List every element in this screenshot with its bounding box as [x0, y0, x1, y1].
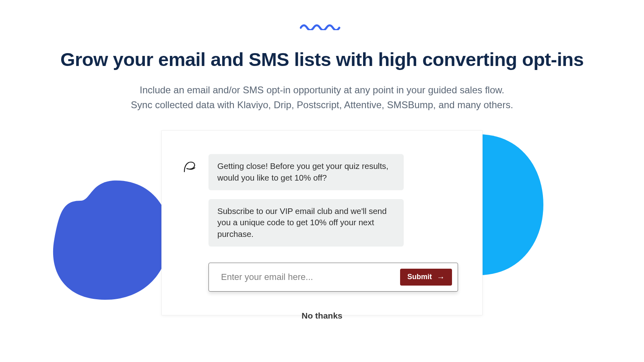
avatar	[182, 160, 197, 175]
squiggle-decoration	[0, 0, 644, 30]
squiggle-icon	[300, 22, 344, 30]
email-input[interactable]	[221, 272, 400, 282]
submit-label: Submit	[407, 273, 432, 281]
email-capture-row: Submit →	[208, 263, 458, 292]
blob-left-decoration	[52, 179, 173, 303]
page-heading: Grow your email and SMS lists with high …	[0, 48, 644, 70]
page-subheading: Include an email and/or SMS opt-in oppor…	[0, 82, 644, 112]
no-thanks-link[interactable]: No thanks	[182, 311, 462, 321]
subheading-line1: Include an email and/or SMS opt-in oppor…	[140, 84, 504, 95]
chat-bubble-1: Getting close! Before you get your quiz …	[208, 154, 404, 190]
chat-bubbles: Getting close! Before you get your quiz …	[208, 154, 462, 246]
optin-card: Getting close! Before you get your quiz …	[161, 130, 483, 315]
demo-stage: Getting close! Before you get your quiz …	[0, 130, 644, 339]
arrow-right-icon: →	[437, 273, 445, 281]
avatar-icon	[182, 160, 197, 175]
chat-bubble-2: Subscribe to our VIP email club and we'l…	[208, 199, 404, 247]
subheading-line2: Sync collected data with Klaviyo, Drip, …	[131, 99, 513, 110]
submit-button[interactable]: Submit →	[400, 269, 452, 286]
chat-row: Getting close! Before you get your quiz …	[182, 154, 462, 246]
